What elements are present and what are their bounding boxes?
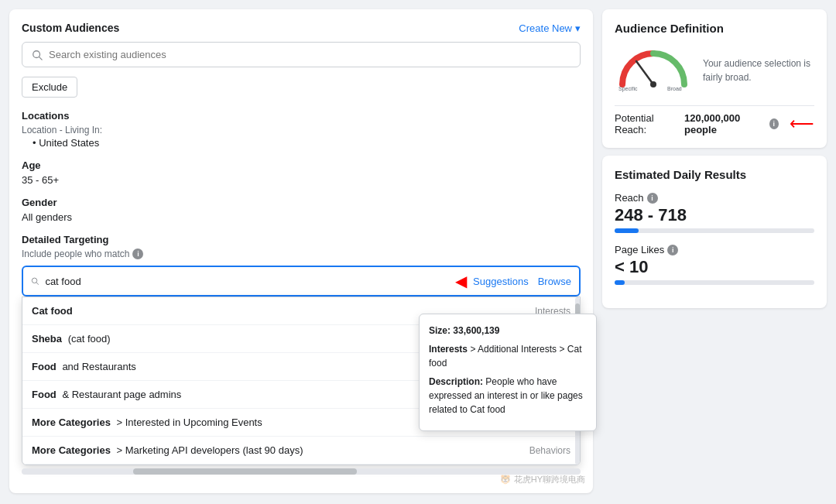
exclude-button[interactable]: Exclude: [22, 77, 77, 98]
dropdown-item-category-5: Behaviors: [529, 445, 570, 456]
age-label: Age: [22, 159, 581, 171]
dropdown-item-rest-2: and Restaurants: [60, 361, 136, 372]
dropdown-item-rest-3: & Restaurant page admins: [60, 389, 182, 400]
reach-value: 248 - 718: [615, 205, 814, 225]
estimated-daily-card: Estimated Daily Results Reach i 248 - 71…: [602, 156, 827, 308]
locations-sublabel: Location - Living In:: [22, 125, 581, 135]
dropdown-item-bold-3: Food: [32, 389, 57, 400]
dropdown-item-bold-0: Cat food: [32, 305, 73, 317]
reach-metric: Reach i 248 - 718: [615, 192, 814, 233]
search-icon: [32, 50, 43, 60]
potential-reach-label: Potential Reach:: [615, 112, 680, 135]
dropdown-item-marketing-api[interactable]: More Categories > Marketing API develope…: [22, 437, 580, 465]
detailed-targeting-input[interactable]: [45, 276, 446, 287]
suggestions-link[interactable]: Suggestions: [473, 276, 529, 287]
svg-text:Broad: Broad: [667, 86, 682, 91]
svg-line-1: [39, 57, 43, 60]
horizontal-scrollbar-thumb: [133, 468, 357, 475]
potential-reach: Potential Reach: 120,000,000 people i ⟵: [615, 105, 814, 135]
search-audiences-input[interactable]: [49, 49, 570, 60]
estimated-daily-title: Estimated Daily Results: [615, 168, 814, 181]
detailed-targeting-subheader: Include people who match i: [22, 249, 581, 259]
locations-value: United States: [22, 137, 581, 149]
dt-actions: Suggestions Browse: [473, 276, 571, 287]
potential-reach-info-icon[interactable]: i: [769, 118, 779, 129]
detailed-targeting-label: Detailed Targeting: [22, 234, 581, 245]
watermark: 🐯 花虎HY聊跨境电商: [500, 474, 585, 485]
age-value: 35 - 65+: [22, 174, 581, 186]
audience-definition-card: Audience Definition Specific Broad: [602, 9, 827, 148]
detailed-targeting-search-box: ◀ Suggestions Browse: [22, 266, 581, 297]
custom-audiences-title: Custom Audiences: [22, 22, 119, 34]
gauge-description: Your audience selection is fairly broad.: [703, 57, 814, 84]
svg-line-3: [36, 283, 39, 285]
locations-section: Locations Location - Living In: United S…: [22, 110, 581, 149]
dropdown-item-bold-5: More Categories: [32, 444, 111, 456]
tooltip-interests-label: Interests: [429, 344, 468, 355]
svg-text:Specific: Specific: [618, 86, 638, 92]
dropdown-item-bold-1: Sheba: [32, 333, 62, 345]
dropdown-item-rest-4: > Interested in Upcoming Events: [114, 417, 262, 428]
include-info-icon[interactable]: i: [132, 249, 143, 259]
audience-definition-title: Audience Definition: [615, 22, 814, 35]
dropdown-item-bold-2: Food: [32, 361, 57, 372]
tooltip-description-label: Description:: [429, 376, 483, 387]
age-section: Age 35 - 65+: [22, 159, 581, 186]
gender-value: All genders: [22, 211, 581, 223]
chevron-down-icon: ▾: [575, 22, 581, 34]
tooltip-size: Size: 33,600,139: [429, 325, 499, 336]
arrow-reach-icon: ⟵: [790, 114, 814, 134]
custom-audiences-header: Custom Audiences Create New ▾: [22, 22, 581, 34]
page-likes-value: < 10: [615, 257, 814, 277]
right-panel: Audience Definition Specific Broad: [602, 9, 827, 493]
page-likes-progress-fill: [615, 280, 625, 285]
gender-label: Gender: [22, 197, 581, 208]
svg-line-4: [636, 61, 653, 84]
reach-label: Reach i: [615, 192, 814, 204]
reach-progress-bar: [615, 228, 814, 233]
reach-progress-fill: [615, 228, 639, 233]
page-likes-metric: Page Likes i < 10: [615, 244, 814, 285]
dropdown-item-rest-1: (cat food): [65, 333, 111, 345]
detailed-targeting-section: Detailed Targeting Include people who ma…: [22, 234, 581, 475]
gender-section: Gender All genders: [22, 197, 581, 223]
potential-reach-value: 120,000,000 people: [684, 112, 765, 135]
locations-label: Locations: [22, 110, 581, 122]
watermark-icon: 🐯: [500, 475, 511, 485]
gauge-wrap: Specific Broad: [615, 46, 692, 94]
page-likes-info-icon[interactable]: i: [667, 245, 678, 255]
arrow-to-input-icon: ◀: [455, 272, 467, 290]
svg-point-5: [650, 81, 656, 87]
dropdown-item-bold-4: More Categories: [32, 417, 111, 428]
gauge-section: Specific Broad Your audience selection i…: [615, 46, 814, 94]
horizontal-scrollbar[interactable]: [22, 468, 581, 475]
dropdown-item-rest-5: > Marketing API developers (last 90 days…: [114, 444, 303, 456]
gauge-chart: Specific Broad: [615, 46, 692, 92]
page-likes-progress-bar: [615, 280, 814, 285]
search-icon-dt: [31, 276, 39, 286]
create-new-button[interactable]: Create New ▾: [519, 22, 581, 34]
page-likes-label: Page Likes i: [615, 244, 814, 255]
reach-info-icon[interactable]: i: [647, 193, 658, 204]
browse-link[interactable]: Browse: [538, 276, 571, 287]
category-tooltip: Size: 33,600,139 Interests > Additional …: [419, 314, 597, 431]
search-audiences-box: [22, 42, 581, 67]
